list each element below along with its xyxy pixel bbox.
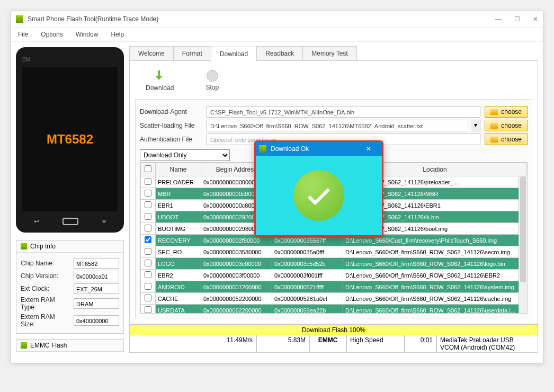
ram-type-value: DRAM (74, 298, 119, 309)
download-mode-select[interactable]: Download Only (140, 149, 230, 161)
col-name[interactable]: Name (156, 163, 201, 176)
row-checkbox[interactable] (141, 211, 156, 223)
tab-memory-test[interactable]: Memory Test (302, 46, 356, 60)
folder-icon (490, 123, 498, 129)
chip-icon (21, 243, 27, 250)
scatter-dropdown-icon[interactable]: ▾ (471, 120, 480, 131)
row-checkbox[interactable] (141, 293, 156, 305)
row-end: 0x00000000521fffff (272, 281, 343, 293)
tabbar: Welcome Format Download Readback Memory … (129, 46, 538, 61)
table-row[interactable]: USRDATA0x00000000622000000x000000659ea22… (141, 305, 527, 314)
menubar: File Options Window Help (11, 28, 543, 42)
ram-size-label: Extern RAM Size: (21, 313, 70, 328)
titlebar: Smart Phone Flash Tool(Runtime Trace Mod… (11, 11, 543, 28)
auth-label: Authentication File (140, 136, 202, 143)
row-begin: 0x0000000052200000 (201, 293, 272, 305)
row-name: EBR1 (156, 200, 201, 211)
back-icon: ↩ (34, 218, 39, 225)
table-scrollbar[interactable] (519, 175, 527, 313)
app-icon (16, 15, 23, 23)
row-begin: 0x0000000007200000 (201, 281, 272, 293)
close-button[interactable]: ✕ (533, 15, 538, 23)
row-end: 0x00000003f001fff (272, 270, 343, 281)
status-device: MediaTek PreLoader USB VCOM (Android) (C… (436, 335, 538, 353)
row-end: 0x000000659ea22b (272, 305, 343, 314)
chip-info-panel: Chip Info Chip Name:MT6582 Chip Version:… (16, 240, 124, 334)
progress-text: Download Flash 100% (129, 325, 538, 335)
row-begin: 0x0000000003f00000 (201, 270, 272, 281)
status-time: 0:01 (405, 335, 436, 353)
scatter-input[interactable]: D:\Lenovo_S660\Off_firm\S660_ROW_S062_14… (207, 120, 467, 131)
menu-options[interactable]: Options (41, 31, 62, 38)
row-name: USRDATA (156, 305, 201, 314)
row-checkbox[interactable] (141, 200, 156, 211)
phone-brand: BM (22, 57, 118, 63)
emmc-icon (21, 342, 27, 349)
chip-version-value: 0x0000ca01 (74, 271, 119, 281)
maximize-button[interactable]: ☐ (514, 15, 520, 23)
table-row[interactable]: ANDROID0x00000000072000000x00000000521ff… (141, 281, 527, 293)
da-choose-button[interactable]: choose (485, 106, 528, 118)
row-end: 0x00000005281a0cf (272, 293, 343, 305)
auth-choose-button[interactable]: choose (485, 133, 528, 145)
row-begin: 0x0000000003580000 (201, 246, 272, 258)
row-name: MBR (156, 188, 201, 200)
tab-format[interactable]: Format (173, 46, 211, 60)
chip-name-value: MT6582 (74, 258, 119, 269)
ext-clock-label: Ext Clock: (21, 285, 70, 292)
row-checkbox[interactable] (141, 270, 156, 281)
row-name: ANDROID (156, 281, 201, 293)
row-checkbox[interactable] (141, 305, 156, 314)
row-location: D:\Lenovo_S660\Off_firm\S660_ROW_S062_14… (343, 246, 527, 258)
menu-window[interactable]: Window (76, 31, 99, 38)
row-checkbox[interactable] (141, 258, 156, 270)
tab-readback[interactable]: Readback (256, 46, 303, 60)
row-checkbox[interactable] (141, 246, 156, 258)
status-mode: High Speed (346, 335, 405, 353)
status-bar: Download Flash 100% 11.49M/s 5.83M EMMC … (129, 324, 538, 353)
table-row[interactable]: CACHE0x00000000522000000x00000005281a0cf… (141, 293, 527, 305)
row-name: UBOOT (156, 211, 201, 223)
row-begin: 0x0000000003c00000 (201, 258, 272, 270)
tab-welcome[interactable]: Welcome (129, 46, 174, 60)
menu-file[interactable]: File (18, 31, 28, 38)
phone-preview: BM MT6582 ↩ ≡ (16, 47, 124, 233)
status-type: EMMC (309, 335, 346, 353)
col-check[interactable] (141, 163, 156, 176)
chip-version-label: Chip Version: (21, 272, 70, 280)
scatter-choose-button[interactable]: choose (485, 120, 528, 131)
dialog-close-button[interactable]: ✕ (359, 144, 379, 154)
folder-icon (490, 137, 498, 142)
ram-size-value: 0x40000000 (74, 315, 119, 326)
row-checkbox[interactable] (141, 281, 156, 293)
dialog-title: Download Ok (271, 145, 359, 153)
stop-icon (207, 70, 218, 82)
row-end: 0x00000003c5d52b (272, 258, 343, 270)
success-check-icon (293, 170, 344, 221)
stop-button[interactable]: Stop (205, 70, 219, 91)
row-checkbox[interactable] (141, 223, 156, 235)
row-end: 0x0000000035a0fff (272, 246, 343, 258)
minimize-button[interactable]: — (495, 15, 502, 23)
row-location: D:\Lenovo_S660\Off_firm\S660_ROW_S062_14… (343, 293, 527, 305)
row-checkbox[interactable] (141, 188, 156, 200)
row-checkbox[interactable] (141, 235, 156, 246)
emmc-title: EMMC Flash (30, 342, 67, 349)
ext-clock-value: EXT_26M (74, 283, 119, 294)
row-name: EBR2 (156, 270, 201, 281)
download-button[interactable]: Download (146, 69, 174, 92)
status-size: 5.83M (256, 335, 309, 353)
row-location: D:\Lenovo_S660\Off_firm\S660_ROW_S062_14… (343, 281, 527, 293)
da-input[interactable]: C:\SP_Flash_Tool_v5.1712_Win\MTK_AllInOn… (207, 106, 480, 118)
table-row[interactable]: LOGO0x0000000003c000000x00000003c5d52bD:… (141, 258, 527, 270)
row-location: D:\Lenovo_S660\Off_firm\S660_ROW_S062_14… (343, 258, 527, 270)
row-name: SEC_RO (156, 246, 201, 258)
row-checkbox[interactable] (141, 176, 156, 188)
menu-icon: ≡ (102, 218, 106, 225)
home-icon (62, 218, 78, 225)
table-row[interactable]: EBR20x0000000003f000000x00000003f001fffD… (141, 270, 527, 281)
menu-help[interactable]: Help (111, 31, 124, 38)
download-ok-dialog: Download Ok ✕ (254, 140, 383, 237)
tab-download[interactable]: Download (211, 47, 257, 61)
table-row[interactable]: SEC_RO0x00000000035800000x0000000035a0ff… (141, 246, 527, 258)
